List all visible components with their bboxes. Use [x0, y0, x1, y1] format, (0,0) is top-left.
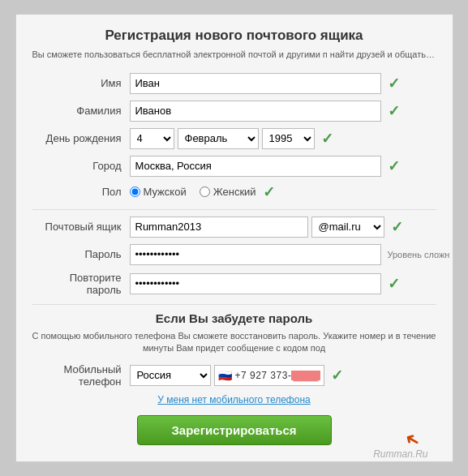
no-phone-link[interactable]: У меня нет мобильного телефона — [32, 394, 436, 405]
register-button-area: Зарегистрироваться ➜ Rumman.Ru — [32, 415, 436, 445]
registration-form: Регистрация нового почтового ящика Вы см… — [15, 14, 453, 461]
password-input[interactable] — [130, 244, 381, 265]
phone-inputs: Россия 🇷🇺 +7 927 373- ████ — [130, 365, 324, 386]
flag-icon: 🇷🇺 — [218, 369, 232, 382]
dob-month-select[interactable]: Февраль — [178, 128, 259, 149]
confirm-password-label: Повторите пароль — [32, 272, 130, 296]
email-label: Почтовый ящик — [32, 221, 130, 233]
watermark: Rumman.Ru — [373, 448, 427, 460]
password-inputs: Уровень сложн — [130, 244, 450, 265]
email-checkmark: ✓ — [391, 218, 403, 236]
email-row: Почтовый ящик @mail.ru @inbox.ru @list.r… — [32, 217, 436, 238]
gender-checkmark: ✓ — [263, 183, 275, 201]
email-domain-wrapper: @mail.ru @inbox.ru @list.ru — [311, 217, 384, 238]
recovery-description: С помощью мобильного телефона Вы сможете… — [32, 330, 436, 355]
email-domain-select[interactable]: @mail.ru @inbox.ru @list.ru — [311, 217, 384, 238]
phone-number-text: +7 927 373- — [235, 370, 292, 381]
confirm-password-row: Повторите пароль ✓ — [32, 272, 436, 296]
city-input[interactable] — [130, 156, 381, 177]
phone-row: Мобильный телефон Россия 🇷🇺 +7 927 373- … — [32, 363, 436, 388]
divider-1 — [32, 209, 436, 210]
surname-label: Фамилия — [32, 105, 130, 117]
phone-checkmark: ✓ — [331, 367, 343, 384]
confirm-password-input[interactable] — [130, 273, 381, 294]
phone-country-select[interactable]: Россия — [130, 365, 211, 386]
surname-checkmark: ✓ — [388, 102, 400, 120]
dob-label: День рождения — [32, 132, 130, 144]
dob-day-select[interactable]: 4 — [130, 128, 174, 149]
surname-input[interactable] — [130, 101, 381, 122]
password-label: Пароль — [32, 248, 130, 260]
phone-number-display: 🇷🇺 +7 927 373- ████ — [214, 365, 324, 386]
gender-label: Пол — [32, 186, 130, 198]
gender-male-label[interactable]: Мужской — [130, 186, 187, 198]
email-input[interactable] — [130, 217, 308, 238]
gender-row: Пол Мужской Женский ✓ — [32, 183, 436, 201]
name-row: Имя ✓ — [32, 73, 436, 94]
dob-checkmark: ✓ — [321, 130, 333, 148]
name-label: Имя — [32, 77, 130, 89]
surname-row: Фамилия ✓ — [32, 101, 436, 122]
dob-row: День рождения 4 Февраль 1995 ✓ — [32, 128, 436, 149]
phone-masked: ████ — [291, 371, 320, 380]
password-hint: Уровень сложн — [388, 250, 450, 259]
city-label: Город — [32, 160, 130, 172]
city-row: Город ✓ — [32, 156, 436, 177]
name-checkmark: ✓ — [388, 75, 400, 92]
dob-inputs: 4 Февраль 1995 — [130, 128, 315, 149]
email-inputs: @mail.ru @inbox.ru @list.ru — [130, 217, 384, 238]
phone-label: Мобильный телефон — [32, 363, 130, 388]
recovery-title: Если Вы забудете пароль — [32, 311, 436, 325]
confirm-password-checkmark: ✓ — [388, 275, 400, 293]
register-button[interactable]: Зарегистрироваться — [137, 415, 332, 445]
page-title: Регистрация нового почтового ящика — [32, 28, 436, 44]
password-row: Пароль Уровень сложн — [32, 244, 436, 265]
dob-year-select[interactable]: 1995 — [262, 128, 315, 149]
gender-inputs: Мужской Женский — [130, 186, 256, 198]
gender-female-radio[interactable] — [200, 187, 210, 197]
divider-2 — [32, 304, 436, 305]
page-subtitle: Вы сможете пользоваться бесплатной элект… — [32, 49, 436, 61]
gender-female-label[interactable]: Женский — [200, 186, 256, 198]
name-input[interactable] — [130, 73, 381, 94]
city-checkmark: ✓ — [388, 157, 400, 175]
gender-male-radio[interactable] — [130, 187, 140, 197]
